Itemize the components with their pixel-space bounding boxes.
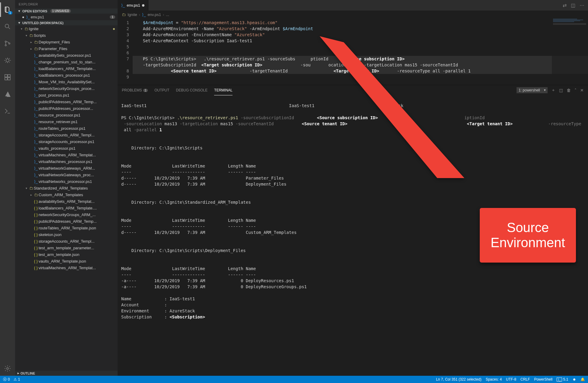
new-terminal-icon[interactable]: ＋ [551, 88, 555, 93]
status-spaces[interactable]: Spaces: 4 [486, 377, 502, 381]
tree-item[interactable]: ⟩_virtualNetworkGateways_proc... [15, 171, 118, 178]
kill-terminal-icon[interactable]: 🗑 [567, 88, 571, 93]
split-editor-icon[interactable]: ◫ [571, 2, 575, 8]
tree-item[interactable]: ⟩_storageAccounts_ARM_Templ... [15, 132, 118, 138]
svg-point-2 [5, 45, 6, 46]
tree-item[interactable]: ▸🗀Deployment_Files [15, 39, 118, 45]
status-eol[interactable]: CRLF [520, 377, 530, 381]
status-encoding[interactable]: UTF-8 [506, 377, 516, 381]
source-control-icon[interactable] [0, 36, 15, 51]
more-icon[interactable]: ⋯ [580, 2, 584, 8]
settings-gear-icon[interactable] [0, 361, 15, 376]
tree-item[interactable]: ⟩_publicIPAddresses_ARM_Temp... [15, 98, 118, 105]
tree-item-label: skeleton.json [39, 232, 62, 237]
extensions-icon[interactable] [0, 70, 15, 85]
debug-icon[interactable] [0, 53, 15, 68]
tree-item[interactable]: ▾🗀Scripts [15, 32, 118, 39]
status-ps-version[interactable]: ⟩_ 5.1 [557, 377, 568, 381]
tree-item-label: resource_processor.ps1 [39, 113, 81, 117]
tree-item[interactable]: ▾🗀Ignite● [15, 25, 118, 32]
tree-item[interactable]: ⟩_routeTables_processor.ps1 [15, 125, 118, 132]
tree-item[interactable]: ⟩_availabilitySets_processor.ps1 [15, 52, 118, 59]
folder-icon: 🗀 [122, 12, 126, 17]
tree-item[interactable]: ⟩_virtualMachines_ARM_Templat... [15, 152, 118, 158]
tree-item[interactable]: ▾🗀Standardized_ARM_Templates [15, 185, 118, 191]
status-errors[interactable]: ⓧ 0 [3, 377, 10, 382]
status-feedback-icon[interactable]: ☻ [572, 377, 576, 381]
tree-item[interactable]: { }test_arm_template_parameter... [15, 244, 118, 251]
open-editor-item[interactable]: ● ⟩_ env.ps1 1 [15, 14, 118, 20]
tree-item[interactable]: ⟩_loadBalancers_ARM_Template... [15, 65, 118, 72]
tree-item[interactable]: ⟩_virtualNetworkGateways_ARM... [15, 165, 118, 171]
tab-env-ps1[interactable]: ⟩_ env.ps1 [118, 0, 148, 11]
status-bell-icon[interactable]: 🔔 [580, 377, 585, 381]
tree-item[interactable]: ⟩_change_premium_ssd_to_stan... [15, 59, 118, 65]
tab-problems[interactable]: PROBLEMS1 [122, 87, 148, 94]
explorer-badge: 1 [8, 11, 12, 14]
status-language[interactable]: PowerShell [534, 377, 552, 381]
breadcrumbs[interactable]: 🗀 Ignite › ⟩_ env.ps1 › ... [118, 11, 588, 18]
tree-item[interactable]: { }vaults_ARM_Template.json [15, 258, 118, 264]
tree-item[interactable]: { }storageAccounts_ARM_Templ... [15, 238, 118, 244]
tree-item[interactable]: ⟩_networkSecurityGroups_proce... [15, 85, 118, 92]
workspace-header[interactable]: ▾ UNTITLED (WORKSPACE) [15, 20, 118, 25]
tree-item[interactable]: { }virtualMachines_ARM_Templat... [15, 264, 118, 271]
tree-item[interactable]: ⟩_storageAccounts_processor.ps1 [15, 138, 118, 145]
explorer-icon[interactable]: 1 [0, 2, 15, 17]
status-warnings[interactable]: ⚠ 1 [14, 377, 20, 381]
tree-item-label: virtualNetworkGateways_proc... [39, 173, 94, 177]
tree-item[interactable]: ⟩_resource_processor.ps1 [15, 112, 118, 118]
tree-item-label: Ignite [29, 27, 39, 31]
tree-item[interactable]: { }routeTables_ARM_Template.json [15, 225, 118, 231]
open-editors-header[interactable]: ▾ OPEN EDITORS 1 UNSAVED [15, 8, 118, 14]
tree-item[interactable]: { }skeleton.json [15, 231, 118, 238]
tree-item[interactable]: ⟩_resource_retriever.ps1 [15, 118, 118, 125]
compare-icon[interactable]: ⇄ [563, 2, 567, 8]
tab-terminal[interactable]: TERMINAL [214, 87, 232, 94]
svg-point-0 [5, 24, 9, 28]
tree-item[interactable]: ⟩_Move_VM_Into_AvailabilitySet... [15, 78, 118, 85]
svg-rect-5 [5, 75, 7, 77]
tree-item[interactable]: ▸🗀Custom_ARM_Templates [15, 191, 118, 198]
terminal-output[interactable]: IaaS-test1 IaaS-test1 Stack PS C:\Ignite… [118, 95, 588, 376]
tree-item[interactable]: ⟩_virtualMachines_processor.ps1 [15, 158, 118, 165]
split-terminal-icon[interactable]: ◫ [559, 88, 563, 93]
tree-item[interactable]: ⟩_loadBalancers_processor.ps1 [15, 72, 118, 78]
minimap[interactable] [552, 18, 588, 85]
search-icon[interactable] [0, 19, 15, 34]
tree-item-label: virtualMachines_ARM_Templat... [39, 266, 96, 270]
json-icon: { } [33, 226, 39, 230]
outline-header[interactable]: ▸ OUTLINE [15, 371, 118, 376]
tree-item[interactable]: ⟩_post_process.ps1 [15, 92, 118, 98]
tree-item[interactable]: { }loadBalancers_ARM_Template.... [15, 205, 118, 211]
azure-icon[interactable] [0, 87, 15, 101]
chevron-icon: ▸ [29, 40, 33, 44]
tree-item-label: Parameter_Files [39, 46, 67, 51]
tree-item[interactable]: ⟩_vaults_processor.ps1 [15, 145, 118, 152]
tab-output[interactable]: OUTPUT [154, 87, 169, 94]
tab-debug-console[interactable]: DEBUG CONSOLE [176, 87, 208, 94]
svg-rect-6 [5, 78, 7, 80]
tree-item[interactable]: ⟩_publicIPAddresses_processor... [15, 105, 118, 112]
svg-rect-8 [8, 75, 10, 77]
maximize-panel-icon[interactable]: ˄ [574, 88, 577, 93]
terminal-select[interactable]: 1: powershell [517, 87, 548, 93]
status-lncol[interactable]: Ln 7, Col 351 (322 selected) [436, 377, 482, 381]
tree-item[interactable]: ⟩_virtualNetworks_processor.ps1 [15, 178, 118, 185]
close-panel-icon[interactable]: ✕ [580, 88, 584, 93]
ps-icon: ⟩_ [33, 73, 39, 78]
json-icon: { } [33, 252, 39, 257]
json-icon: { } [33, 206, 39, 210]
powershell-icon[interactable] [0, 104, 15, 118]
powershell-file-icon: ⟩_ [121, 3, 125, 8]
tree-item-label: resource_retriever.ps1 [39, 120, 77, 124]
tree-item[interactable]: { }networkSecurityGroups_ARM_... [15, 211, 118, 218]
code-editor[interactable]: 123456789 $ArmEndpoint = "https://manage… [118, 18, 588, 85]
tree-item[interactable]: { }test_arm_template.json [15, 251, 118, 258]
tree-item[interactable]: { }availabilitySets_ARM_Templat... [15, 198, 118, 205]
tree-item[interactable]: { }publicIPAddresses_ARM_Temp... [15, 218, 118, 225]
ps-icon: ⟩_ [33, 86, 39, 91]
ps-icon: ⟩_ [33, 133, 39, 137]
line-gutter: 123456789 [118, 18, 133, 85]
tree-item[interactable]: ▸🗀Parameter_Files [15, 45, 118, 52]
